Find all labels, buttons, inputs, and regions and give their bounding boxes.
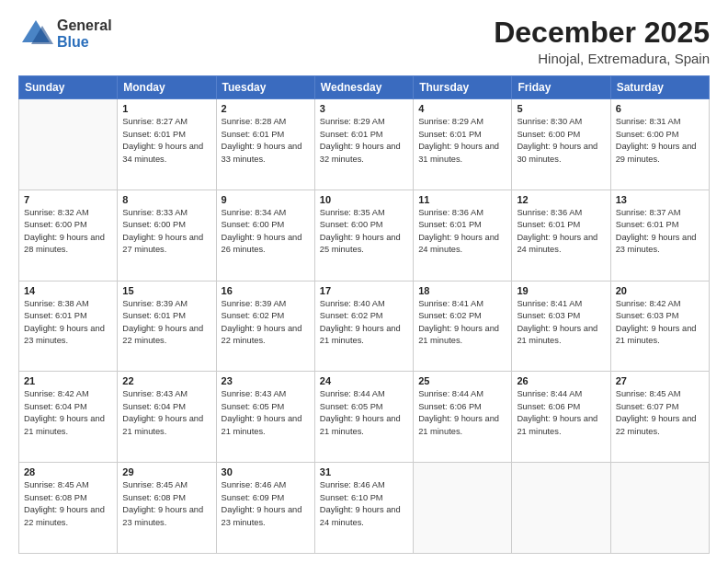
calendar-cell: 23Sunrise: 8:43 AMSunset: 6:05 PMDayligh… bbox=[216, 372, 314, 463]
day-info: Sunrise: 8:38 AMSunset: 6:01 PMDaylight:… bbox=[24, 298, 112, 348]
day-number: 26 bbox=[517, 375, 605, 386]
calendar: SundayMondayTuesdayWednesdayThursdayFrid… bbox=[18, 75, 710, 554]
logo-text: General Blue bbox=[57, 17, 112, 51]
day-info: Sunrise: 8:30 AMSunset: 6:00 PMDaylight:… bbox=[517, 116, 605, 166]
day-number: 22 bbox=[122, 375, 210, 386]
day-info: Sunrise: 8:46 AMSunset: 6:10 PMDaylight:… bbox=[320, 479, 408, 529]
day-info: Sunrise: 8:44 AMSunset: 6:06 PMDaylight:… bbox=[517, 388, 605, 438]
main-title: December 2025 bbox=[494, 17, 710, 49]
day-number: 23 bbox=[222, 375, 310, 386]
calendar-cell: 13Sunrise: 8:37 AMSunset: 6:01 PMDayligh… bbox=[610, 190, 709, 281]
weekday-header: Friday bbox=[512, 76, 610, 99]
logo-blue: Blue bbox=[57, 34, 112, 51]
day-info: Sunrise: 8:45 AMSunset: 6:08 PMDaylight:… bbox=[122, 479, 210, 529]
calendar-cell: 30Sunrise: 8:46 AMSunset: 6:09 PMDayligh… bbox=[216, 463, 314, 554]
day-info: Sunrise: 8:31 AMSunset: 6:00 PMDaylight:… bbox=[616, 116, 704, 166]
day-number: 17 bbox=[320, 285, 408, 296]
day-number: 11 bbox=[418, 194, 506, 205]
day-number: 18 bbox=[418, 285, 506, 296]
calendar-cell: 19Sunrise: 8:41 AMSunset: 6:03 PMDayligh… bbox=[512, 281, 610, 372]
day-info: Sunrise: 8:29 AMSunset: 6:01 PMDaylight:… bbox=[320, 116, 408, 166]
day-number: 31 bbox=[320, 466, 408, 477]
top-section: General Blue December 2025 Hinojal, Extr… bbox=[18, 17, 710, 66]
calendar-week-row: 1Sunrise: 8:27 AMSunset: 6:01 PMDaylight… bbox=[19, 99, 710, 190]
weekday-header: Monday bbox=[118, 76, 216, 99]
calendar-cell: 31Sunrise: 8:46 AMSunset: 6:10 PMDayligh… bbox=[314, 463, 413, 554]
day-number: 2 bbox=[222, 103, 310, 114]
day-number: 4 bbox=[418, 103, 506, 114]
title-section: December 2025 Hinojal, Extremadura, Spai… bbox=[494, 17, 710, 66]
subtitle: Hinojal, Extremadura, Spain bbox=[494, 51, 710, 66]
day-info: Sunrise: 8:44 AMSunset: 6:06 PMDaylight:… bbox=[418, 388, 506, 438]
weekday-header: Wednesday bbox=[314, 76, 413, 99]
calendar-week-row: 28Sunrise: 8:45 AMSunset: 6:08 PMDayligh… bbox=[19, 463, 710, 554]
calendar-cell: 14Sunrise: 8:38 AMSunset: 6:01 PMDayligh… bbox=[19, 281, 118, 372]
day-info: Sunrise: 8:43 AMSunset: 6:05 PMDaylight:… bbox=[222, 388, 310, 438]
day-number: 7 bbox=[24, 194, 112, 205]
calendar-cell bbox=[414, 463, 512, 554]
calendar-week-row: 14Sunrise: 8:38 AMSunset: 6:01 PMDayligh… bbox=[19, 281, 710, 372]
calendar-cell: 24Sunrise: 8:44 AMSunset: 6:05 PMDayligh… bbox=[314, 372, 413, 463]
day-number: 13 bbox=[616, 194, 704, 205]
day-number: 5 bbox=[517, 103, 605, 114]
calendar-cell: 11Sunrise: 8:36 AMSunset: 6:01 PMDayligh… bbox=[414, 190, 512, 281]
day-number: 10 bbox=[320, 194, 408, 205]
day-number: 21 bbox=[24, 375, 112, 386]
day-number: 28 bbox=[24, 466, 112, 477]
calendar-cell: 17Sunrise: 8:40 AMSunset: 6:02 PMDayligh… bbox=[314, 281, 413, 372]
day-info: Sunrise: 8:33 AMSunset: 6:00 PMDaylight:… bbox=[122, 207, 210, 257]
calendar-cell bbox=[512, 463, 610, 554]
day-info: Sunrise: 8:40 AMSunset: 6:02 PMDaylight:… bbox=[320, 298, 408, 348]
calendar-week-row: 21Sunrise: 8:42 AMSunset: 6:04 PMDayligh… bbox=[19, 372, 710, 463]
calendar-cell: 18Sunrise: 8:41 AMSunset: 6:02 PMDayligh… bbox=[414, 281, 512, 372]
day-info: Sunrise: 8:45 AMSunset: 6:08 PMDaylight:… bbox=[24, 479, 112, 529]
weekday-header: Saturday bbox=[610, 76, 709, 99]
calendar-cell: 28Sunrise: 8:45 AMSunset: 6:08 PMDayligh… bbox=[19, 463, 118, 554]
calendar-cell: 25Sunrise: 8:44 AMSunset: 6:06 PMDayligh… bbox=[414, 372, 512, 463]
calendar-cell: 6Sunrise: 8:31 AMSunset: 6:00 PMDaylight… bbox=[610, 99, 709, 190]
day-number: 1 bbox=[122, 103, 210, 114]
logo-icon bbox=[18, 17, 53, 52]
day-info: Sunrise: 8:41 AMSunset: 6:02 PMDaylight:… bbox=[418, 298, 506, 348]
day-number: 29 bbox=[122, 466, 210, 477]
calendar-cell: 5Sunrise: 8:30 AMSunset: 6:00 PMDaylight… bbox=[512, 99, 610, 190]
day-info: Sunrise: 8:34 AMSunset: 6:00 PMDaylight:… bbox=[222, 207, 310, 257]
weekday-header: Thursday bbox=[414, 76, 512, 99]
calendar-cell: 15Sunrise: 8:39 AMSunset: 6:01 PMDayligh… bbox=[118, 281, 216, 372]
day-info: Sunrise: 8:27 AMSunset: 6:01 PMDaylight:… bbox=[122, 116, 210, 166]
day-number: 14 bbox=[24, 285, 112, 296]
calendar-cell: 2Sunrise: 8:28 AMSunset: 6:01 PMDaylight… bbox=[216, 99, 314, 190]
logo: General Blue bbox=[18, 17, 112, 52]
day-info: Sunrise: 8:39 AMSunset: 6:02 PMDaylight:… bbox=[222, 298, 310, 348]
day-number: 27 bbox=[616, 375, 704, 386]
calendar-cell: 27Sunrise: 8:45 AMSunset: 6:07 PMDayligh… bbox=[610, 372, 709, 463]
day-info: Sunrise: 8:45 AMSunset: 6:07 PMDaylight:… bbox=[616, 388, 704, 438]
day-info: Sunrise: 8:37 AMSunset: 6:01 PMDaylight:… bbox=[616, 207, 704, 257]
day-info: Sunrise: 8:44 AMSunset: 6:05 PMDaylight:… bbox=[320, 388, 408, 438]
day-info: Sunrise: 8:39 AMSunset: 6:01 PMDaylight:… bbox=[122, 298, 210, 348]
day-info: Sunrise: 8:46 AMSunset: 6:09 PMDaylight:… bbox=[222, 479, 310, 529]
day-number: 3 bbox=[320, 103, 408, 114]
calendar-cell: 29Sunrise: 8:45 AMSunset: 6:08 PMDayligh… bbox=[118, 463, 216, 554]
weekday-header: Tuesday bbox=[216, 76, 314, 99]
calendar-cell: 3Sunrise: 8:29 AMSunset: 6:01 PMDaylight… bbox=[314, 99, 413, 190]
day-info: Sunrise: 8:42 AMSunset: 6:03 PMDaylight:… bbox=[616, 298, 704, 348]
day-info: Sunrise: 8:32 AMSunset: 6:00 PMDaylight:… bbox=[24, 207, 112, 257]
day-number: 25 bbox=[418, 375, 506, 386]
day-info: Sunrise: 8:36 AMSunset: 6:01 PMDaylight:… bbox=[517, 207, 605, 257]
day-info: Sunrise: 8:29 AMSunset: 6:01 PMDaylight:… bbox=[418, 116, 506, 166]
day-number: 19 bbox=[517, 285, 605, 296]
calendar-cell: 7Sunrise: 8:32 AMSunset: 6:00 PMDaylight… bbox=[19, 190, 118, 281]
day-info: Sunrise: 8:35 AMSunset: 6:00 PMDaylight:… bbox=[320, 207, 408, 257]
day-info: Sunrise: 8:36 AMSunset: 6:01 PMDaylight:… bbox=[418, 207, 506, 257]
day-number: 8 bbox=[122, 194, 210, 205]
calendar-cell: 26Sunrise: 8:44 AMSunset: 6:06 PMDayligh… bbox=[512, 372, 610, 463]
calendar-cell: 21Sunrise: 8:42 AMSunset: 6:04 PMDayligh… bbox=[19, 372, 118, 463]
calendar-cell: 16Sunrise: 8:39 AMSunset: 6:02 PMDayligh… bbox=[216, 281, 314, 372]
weekday-header: Sunday bbox=[19, 76, 118, 99]
day-info: Sunrise: 8:42 AMSunset: 6:04 PMDaylight:… bbox=[24, 388, 112, 438]
day-number: 9 bbox=[222, 194, 310, 205]
page: General Blue December 2025 Hinojal, Extr… bbox=[0, 0, 728, 563]
calendar-cell: 22Sunrise: 8:43 AMSunset: 6:04 PMDayligh… bbox=[118, 372, 216, 463]
calendar-cell: 10Sunrise: 8:35 AMSunset: 6:00 PMDayligh… bbox=[314, 190, 413, 281]
